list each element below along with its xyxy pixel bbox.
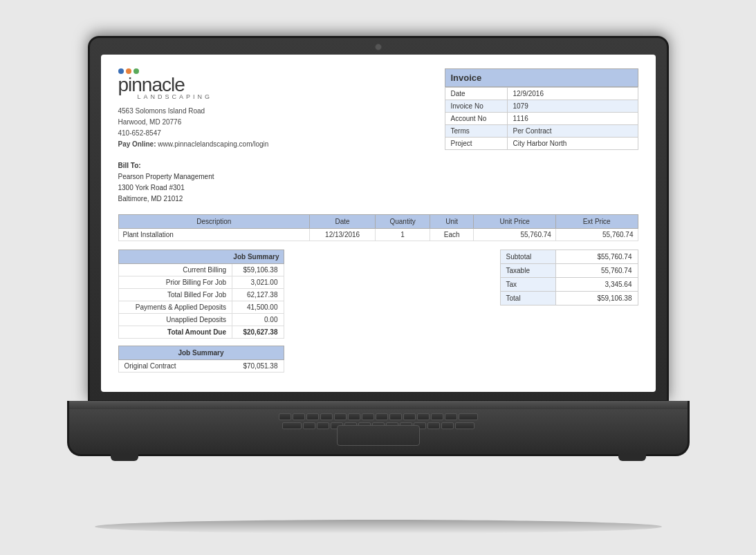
company-address-line1: 4563 Solomons Island Road: [118, 106, 445, 117]
company-name: pinnacle: [118, 75, 213, 95]
key: [431, 413, 443, 420]
job-summary-row: Unapplied Deposits 0.00: [118, 313, 284, 326]
laptop-feet: [111, 454, 646, 461]
pay-online-url: www.pinnaclelandscaping.com/login: [158, 140, 268, 148]
item-quantity: 1: [376, 228, 430, 241]
summary-label: Current Billing: [118, 263, 232, 276]
dot-orange: [126, 68, 131, 74]
invoice-title: Invoice: [445, 68, 638, 86]
col-unit-price: Unit Price: [474, 214, 556, 228]
key: [293, 413, 305, 420]
item-ext-price: 55,760.74: [555, 228, 638, 241]
key: [389, 413, 402, 420]
col-date: Date: [310, 214, 376, 228]
total-value: $55,760.74: [555, 250, 638, 263]
laptop-shadow: [95, 520, 662, 534]
key: [459, 413, 478, 420]
total-row: Subtotal $55,760.74: [500, 250, 638, 263]
original-contract-label: Original Contract: [125, 362, 176, 370]
key: [445, 413, 457, 420]
job-summary-row: Payments & Applied Deposits 41,500.00: [118, 301, 284, 313]
invoice-header: pinnacle LANDSCAPING 4563 Solomons Islan…: [118, 68, 638, 150]
bill-to-name: Pearson Property Management: [118, 171, 638, 182]
company-tagline: LANDSCAPING: [138, 93, 213, 100]
job-summary-title: Job Summary: [118, 250, 284, 263]
laptop-lid: pinnacle LANDSCAPING 4563 Solomons Islan…: [88, 36, 669, 402]
key: [320, 413, 333, 420]
key: [455, 422, 474, 429]
dot-blue: [118, 68, 124, 74]
total-row: Tax 3,345.64: [500, 277, 638, 291]
invoice-details: Invoice: [445, 68, 638, 87]
logo-text: pinnacle LANDSCAPING: [118, 68, 445, 100]
touchpad[interactable]: [337, 425, 420, 446]
key: [403, 413, 416, 420]
key: [334, 413, 347, 420]
key: [376, 413, 388, 420]
key: [427, 422, 440, 429]
bill-to-label: Bill To:: [118, 160, 638, 171]
total-value: $59,106.38: [555, 291, 638, 305]
total-value: 55,760.74: [555, 263, 638, 277]
total-row: Taxable 55,760.74: [500, 263, 638, 277]
key: [303, 422, 315, 429]
invoice-field-row: Terms Per Contract: [445, 124, 638, 137]
total-label: Total: [500, 291, 555, 305]
bill-to-address1: 1300 York Road #301: [118, 182, 638, 194]
summary-label: Payments & Applied Deposits: [118, 301, 232, 313]
job-summary-row: Prior Billing For Job 3,021.00: [118, 276, 284, 288]
key: [279, 413, 291, 420]
totals-section: Subtotal $55,760.74 Taxable 55,760.74 Ta…: [298, 250, 638, 373]
col-description: Description: [118, 214, 310, 228]
invoice-fields-table: Date 12/9/2016 Invoice No 1079 Account N…: [445, 87, 638, 150]
total-label: Subtotal: [500, 250, 555, 263]
invoice-field-label: Invoice No: [445, 100, 507, 112]
company-pay-online: Pay Online: www.pinnaclelandscaping.com/…: [118, 139, 445, 150]
line-items-table: Description Date Quantity Unit Unit Pric…: [118, 214, 638, 241]
key: [282, 422, 302, 429]
invoice-field-label: Terms: [445, 124, 507, 137]
key: [306, 413, 319, 420]
invoice-info-table: Invoice Date 12/9/2016 Invoice No 1079 A…: [445, 68, 638, 150]
item-description: Plant Installation: [118, 228, 310, 241]
laptop-hinge: [69, 401, 688, 409]
laptop-camera: [375, 44, 382, 50]
summary-label: Total Amount Due: [118, 326, 232, 338]
summary-value: $59,106.38: [232, 263, 284, 276]
col-unit: Unit: [430, 214, 474, 228]
company-info: 4563 Solomons Island Road Harwood, MD 20…: [118, 106, 445, 150]
second-summary-title: Job Summary: [118, 346, 284, 360]
foot-left: [111, 454, 138, 461]
invoice-field-value: City Harbor North: [507, 137, 638, 149]
invoice-field-row: Invoice No 1079: [445, 100, 638, 112]
dot-green: [133, 68, 139, 74]
total-label: Taxable: [500, 263, 555, 277]
bottom-section: Job Summary Current Billing $59,106.38 P…: [118, 250, 638, 373]
key: [348, 413, 360, 420]
item-unit: Each: [430, 228, 474, 241]
item-date: 12/13/2016: [310, 228, 376, 241]
summary-label: Unapplied Deposits: [118, 313, 232, 326]
key: [417, 413, 430, 420]
invoice-field-value: 12/9/2016: [507, 87, 638, 100]
summary-label: Total Billed For Job: [118, 288, 232, 301]
key: [317, 422, 329, 429]
bill-to-section: Bill To: Pearson Property Management 130…: [118, 160, 638, 205]
invoice-field-label: Date: [445, 87, 507, 100]
company-phone: 410-652-8547: [118, 128, 445, 139]
invoice-field-value: 1116: [507, 112, 638, 124]
company-address-line2: Harwood, MD 20776: [118, 117, 445, 128]
foot-right: [618, 454, 646, 461]
logo-dots: [118, 68, 213, 74]
invoice-field-row: Date 12/9/2016: [445, 87, 638, 100]
invoice-field-value: 1079: [507, 100, 638, 112]
second-summary-row: Original Contract $70,051.38: [118, 360, 284, 373]
totals-table: Subtotal $55,760.74 Taxable 55,760.74 Ta…: [500, 250, 638, 305]
invoice-field-label: Account No: [445, 112, 507, 124]
original-contract-value: $70,051.38: [243, 362, 277, 370]
job-summary-row: Current Billing $59,106.38: [118, 263, 284, 276]
invoice-field-row: Project City Harbor North: [445, 137, 638, 149]
summary-value: 62,127.38: [232, 288, 284, 301]
invoice-document: pinnacle LANDSCAPING 4563 Solomons Islan…: [101, 55, 656, 392]
laptop-base: [67, 401, 690, 456]
